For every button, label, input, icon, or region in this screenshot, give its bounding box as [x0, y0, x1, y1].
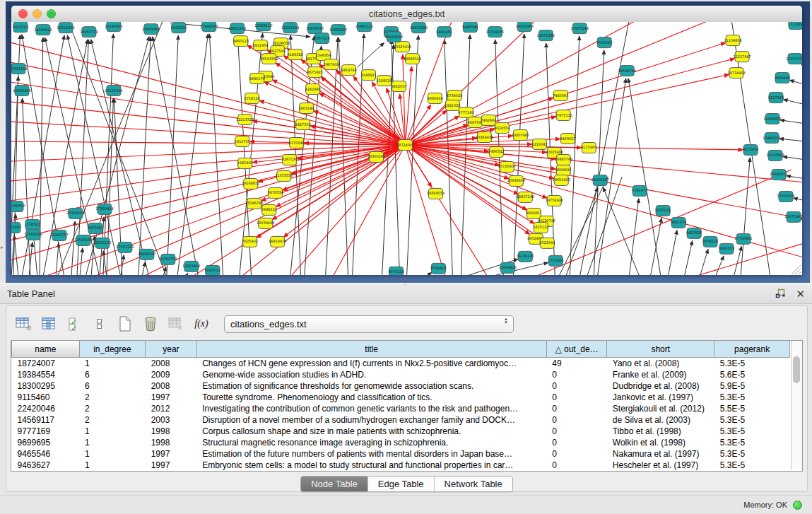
- graph-edge[interactable]: [734, 247, 741, 275]
- graph-edge[interactable]: [11, 145, 406, 260]
- table-row[interactable]: 1830029562008Estimation of significance …: [12, 380, 790, 392]
- graph-node[interactable]: 10653287: [329, 25, 347, 35]
- graph-node[interactable]: 20691406: [142, 24, 160, 35]
- table-row[interactable]: 1872400712008Changes of HCN gene express…: [12, 358, 790, 370]
- table-cell[interactable]: 5.3E-5: [714, 426, 790, 437]
- graph-edge[interactable]: [264, 82, 406, 145]
- graph-node[interactable]: 12213323: [236, 115, 254, 125]
- graph-node[interactable]: 3267130: [282, 154, 298, 165]
- graph-node[interactable]: 7957224: [314, 33, 330, 44]
- table-cell[interactable]: 2003: [146, 414, 196, 426]
- graph-node[interactable]: 18724007: [396, 140, 414, 151]
- graph-node[interactable]: 9242848: [305, 84, 321, 95]
- delete-icon[interactable]: [142, 315, 159, 332]
- table-row[interactable]: 2242004622012Investigating the contribut…: [12, 403, 790, 414]
- table-cell[interactable]: Jankovic et al. (1997): [607, 392, 714, 403]
- graph-node[interactable]: 7485063: [553, 90, 568, 101]
- table-cell[interactable]: 2: [79, 403, 146, 414]
- graph-node[interactable]: 20144883: [105, 22, 122, 32]
- graph-edge[interactable]: [192, 145, 406, 275]
- graph-node[interactable]: 16409327: [592, 175, 609, 185]
- table-row[interactable]: 969969511998Structural magnetic resonanc…: [12, 437, 790, 448]
- tab-edge-table[interactable]: Edge Table: [368, 477, 435, 491]
- graph-node[interactable]: 16543392: [260, 54, 278, 64]
- graph-edge[interactable]: [780, 120, 802, 124]
- graph-node[interactable]: 1810755: [235, 136, 250, 147]
- graph-node[interactable]: 9152260: [171, 23, 187, 33]
- graph-node[interactable]: 9115460: [581, 143, 596, 153]
- table-cell[interactable]: 49: [546, 358, 607, 370]
- column-header-in_degree[interactable]: in_degree: [79, 341, 146, 358]
- table-cell[interactable]: Structural magnetic resonance image aver…: [196, 437, 546, 448]
- table-cell[interactable]: Investigating the contribution of common…: [196, 403, 546, 414]
- table-cell[interactable]: 2008: [146, 358, 196, 370]
- graph-node[interactable]: 18696518: [404, 54, 421, 64]
- table-cell[interactable]: 2012: [146, 403, 196, 414]
- table-cell[interactable]: 0: [546, 460, 607, 471]
- table-cell[interactable]: 2: [79, 392, 146, 403]
- close-window-icon[interactable]: [18, 9, 28, 18]
- table-cell[interactable]: 1: [79, 460, 146, 471]
- table-cell[interactable]: Yano et al. (2008): [607, 358, 714, 370]
- graph-node[interactable]: 16210643: [766, 150, 784, 160]
- table-row[interactable]: 1938455462009Genome-wide association stu…: [12, 369, 790, 380]
- graph-node[interactable]: 19166852: [242, 178, 259, 189]
- graph-node[interactable]: 18952824: [410, 23, 428, 33]
- graph-node[interactable]: 9463627: [560, 134, 575, 144]
- table-cell[interactable]: 5.6E-5: [714, 369, 790, 380]
- graph-node[interactable]: 14203363: [516, 22, 534, 32]
- graph-node[interactable]: 17957223: [116, 242, 134, 252]
- table-cell[interactable]: 5.3E-5: [714, 414, 790, 426]
- table-cell[interactable]: 9115460: [12, 392, 80, 403]
- graph-node[interactable]: 6734028: [447, 90, 462, 101]
- table-cell[interactable]: Tourette syndrome. Phenomenology and cla…: [196, 392, 546, 403]
- graph-edge[interactable]: [80, 248, 83, 275]
- graph-node[interactable]: 11675342: [784, 211, 802, 222]
- graph-node[interactable]: 9245012: [205, 265, 220, 275]
- graph-node[interactable]: 8878334: [268, 187, 283, 198]
- table-row[interactable]: 946362711997Embryonic stem cells: a mode…: [12, 460, 790, 471]
- graph-node[interactable]: 10807487: [512, 130, 529, 141]
- graph-node[interactable]: 13325419: [394, 42, 411, 52]
- graph-node[interactable]: 19734493: [727, 68, 745, 78]
- graph-node[interactable]: 9329966: [775, 73, 790, 83]
- table-cell[interactable]: Changes of HCN gene expression and I(f) …: [196, 358, 546, 370]
- panel-splitter-handle[interactable]: ⁘: [403, 284, 409, 286]
- graph-node[interactable]: 1112304: [788, 22, 802, 30]
- graph-node[interactable]: 17975125: [555, 110, 572, 121]
- table-cell[interactable]: Wolkin et al. (1998): [607, 437, 714, 448]
- graph-edge[interactable]: [784, 100, 802, 105]
- minimize-window-icon[interactable]: [33, 9, 42, 18]
- graph-node[interactable]: 12804412: [499, 262, 517, 273]
- graph-node[interactable]: 1615132: [533, 222, 548, 233]
- graph-node[interactable]: 9337021: [655, 205, 671, 216]
- zoom-window-icon[interactable]: [47, 9, 56, 18]
- graph-node[interactable]: 25206550: [11, 201, 25, 211]
- graph-node[interactable]: 9975887: [88, 223, 103, 233]
- graph-node[interactable]: 2522544: [539, 238, 555, 248]
- graph-edge[interactable]: [406, 66, 412, 145]
- table-cell[interactable]: 0: [546, 414, 607, 426]
- graph-edge[interactable]: [534, 170, 792, 275]
- graph-node[interactable]: 8186328: [288, 49, 303, 60]
- graph-edge[interactable]: [406, 145, 554, 179]
- graph-edge[interactable]: [801, 219, 802, 221]
- graph-edge[interactable]: [290, 145, 406, 275]
- graph-node[interactable]: 4170046: [289, 138, 305, 148]
- column-header-pagerank[interactable]: pagerank: [714, 341, 790, 358]
- resize-grip-icon[interactable]: [792, 265, 801, 274]
- graph-node[interactable]: 9146821: [360, 70, 376, 81]
- column-header-title[interactable]: title: [196, 341, 546, 358]
- graph-edge[interactable]: [305, 46, 322, 275]
- graph-edge[interactable]: [570, 36, 579, 275]
- table-cell[interactable]: Embryonic stem cells: a model to study s…: [196, 460, 546, 471]
- graph-edge[interactable]: [424, 273, 432, 275]
- table-cell[interactable]: 18724007: [12, 358, 80, 370]
- graph-node[interactable]: 19218596: [385, 32, 403, 42]
- table-cell[interactable]: Genome-wide association studies in ADHD.: [196, 369, 546, 380]
- graph-node[interactable]: 16251684: [281, 23, 299, 33]
- graph-node[interactable]: 18335246: [13, 86, 30, 96]
- table-cell[interactable]: Stergiakouli et al. (2012): [607, 403, 714, 414]
- graph-node[interactable]: 9418702: [13, 22, 28, 33]
- table-cell[interactable]: 0: [546, 426, 607, 437]
